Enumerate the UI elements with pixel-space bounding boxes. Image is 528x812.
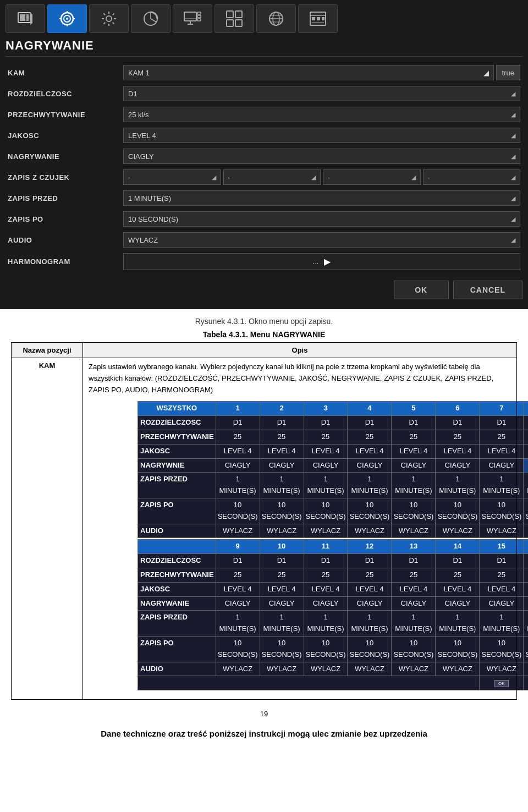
ch-cell-top-4-3[interactable]: 1 MINUTE(S) [348,473,392,498]
ch-cell-bot-6-5[interactable]: WYLACZ [436,662,480,676]
ch-cell-bot-3-2[interactable]: CIAGLY [304,596,348,611]
ch-cell-top-1-2[interactable]: 25 [304,430,348,444]
ch-cell-bot-2-7[interactable]: LEVEL 4 [524,582,528,596]
czujek-seg-3[interactable]: -◢ [323,169,421,185]
ch-cell-bot-0-4[interactable]: D1 [392,554,436,568]
ch-cell-bot-4-3[interactable]: 1 MINUTE(S) [348,611,392,637]
ch-cell-top-6-3[interactable]: WYLACZ [348,524,392,538]
toolbar-btn-network[interactable] [256,4,296,33]
toolbar-btn-camera[interactable] [47,4,87,33]
rozdzielczosc-field[interactable]: D1 ◢ [123,86,520,101]
ok-button[interactable]: OK [394,281,449,299]
ch-cell-top-3-5[interactable]: CIAGLY [436,458,480,473]
kam-field[interactable]: KAM 1 ◢ [123,65,494,80]
ch-cell-bot-2-0[interactable]: LEVEL 4 [216,582,260,596]
ch-cell-top-6-1[interactable]: WYLACZ [260,524,304,538]
zapis-po-field[interactable]: 10 SECOND(S) ◢ [123,211,520,227]
ch-cell-top-6-6[interactable]: WYLACZ [480,524,524,538]
toolbar-btn-record[interactable] [6,4,45,33]
ch-cell-bot-1-2[interactable]: 25 [304,568,348,582]
ch-cell-bot-4-2[interactable]: 1 MINUTE(S) [304,611,348,637]
ch-cell-top-3-6[interactable]: CIAGLY [480,458,524,473]
ch-cell-top-6-0[interactable]: WYLACZ [216,524,260,538]
ch-cell-bot-1-7[interactable]: 25 [524,568,528,582]
ch-cell-bot-4-0[interactable]: 1 MINUTE(S) [216,611,260,637]
ch-cell-top-5-6[interactable]: 10 SECOND(S) [480,498,524,524]
ch-cell-top-6-2[interactable]: WYLACZ [304,524,348,538]
ch-cell-top-5-5[interactable]: 10 SECOND(S) [436,498,480,524]
ch-cell-bot-3-1[interactable]: CIAGLY [260,596,304,611]
ch-cell-bot-4-1[interactable]: 1 MINUTE(S) [260,611,304,637]
ch-cell-bot-3-0[interactable]: CIAGLY [216,596,260,611]
ch-cell-bot-2-6[interactable]: LEVEL 4 [480,582,524,596]
ch-cell-top-0-4[interactable]: D1 [392,416,436,430]
ch-cell-top-1-7[interactable]: 25 [524,430,528,444]
ch-cell-top-4-2[interactable]: 1 MINUTE(S) [304,473,348,498]
ch-cell-bot-2-3[interactable]: LEVEL 4 [348,582,392,596]
ch-cell-top-3-3[interactable]: CIAGLY [348,458,392,473]
ch-cell-bot-5-2[interactable]: 10 SECOND(S) [304,636,348,662]
ch-cell-top-5-0[interactable]: 10 SECOND(S) [216,498,260,524]
ch-cell-top-1-3[interactable]: 25 [348,430,392,444]
jakosc-field[interactable]: LEVEL 4 ◢ [123,128,520,143]
ch-cell-bot-5-0[interactable]: 10 SECOND(S) [216,636,260,662]
ch-cell-top-0-0[interactable]: D1 [216,416,260,430]
ch-cell-bot-6-3[interactable]: WYLACZ [348,662,392,676]
ch-cell-bot-6-4[interactable]: WYLACZ [392,662,436,676]
ch-cell-bot-2-1[interactable]: LEVEL 4 [260,582,304,596]
ch-cell-top-2-0[interactable]: LEVEL 4 [216,444,260,458]
ch-cell-bot-1-3[interactable]: 25 [348,568,392,582]
ch-cell-bot-0-2[interactable]: D1 [304,554,348,568]
ch-cell-bot-3-7[interactable]: CIAGLY [524,596,528,611]
nagrywanie-field[interactable]: CIAGLY ◢ [123,149,520,164]
ch-cell-bot-3-5[interactable]: CIAGLY [436,596,480,611]
ch-cell-top-2-1[interactable]: LEVEL 4 [260,444,304,458]
ch-cell-bot-1-0[interactable]: 25 [216,568,260,582]
ch-cell-bot-6-2[interactable]: WYLACZ [304,662,348,676]
ch-cell-bot-3-6[interactable]: CIAGLY [480,596,524,611]
ch-cell-top-5-4[interactable]: 10 SECOND(S) [392,498,436,524]
ch-cell-bot-5-6[interactable]: 10 SECOND(S) [480,636,524,662]
ch-cell-bot-3-3[interactable]: CIAGLY [348,596,392,611]
ch-cell-bot-5-3[interactable]: 10 SECOND(S) [348,636,392,662]
przechwytywanie-field[interactable]: 25 kl/s ◢ [123,107,520,122]
ch-cell-bot-0-7[interactable]: D1 [524,554,528,568]
ch-cell-bot-6-1[interactable]: WYLACZ [260,662,304,676]
ch-cell-top-5-3[interactable]: 10 SECOND(S) [348,498,392,524]
toolbar-btn-chart[interactable] [131,4,170,33]
ch-cell-top-0-6[interactable]: D1 [480,416,524,430]
ch-cell-top-1-4[interactable]: 25 [392,430,436,444]
harmonogram-field[interactable]: ... ▶ [123,253,520,270]
ch-cell-top-0-1[interactable]: D1 [260,416,304,430]
ch-cell-top-0-7[interactable]: D1 [524,416,528,430]
ch-cell-top-4-0[interactable]: 1 MINUTE(S) [216,473,260,498]
ch-cell-top-3-1[interactable]: CIAGLY [260,458,304,473]
ch-cell-top-0-3[interactable]: D1 [348,416,392,430]
ch-cell-bot-5-7[interactable]: 10 SECOND(S) [524,636,528,662]
ch-cell-top-2-6[interactable]: LEVEL 4 [480,444,524,458]
kam-dots-button[interactable]: true [496,65,520,80]
ch-cell-top-3-7[interactable]: CIAGLY [524,458,528,473]
czujek-seg-4[interactable]: -◢ [423,169,521,185]
toolbar-btn-monitor[interactable] [173,4,212,33]
ch-cell-bot-6-6[interactable]: WYLACZ [480,662,524,676]
ch-cell-top-2-7[interactable]: LEVEL 4 [524,444,528,458]
ch-cell-top-6-7[interactable]: WYLACZ [524,524,528,538]
toolbar-btn-info[interactable] [298,4,338,33]
ch-cell-bot-2-2[interactable]: LEVEL 4 [304,582,348,596]
ch-cell-top-4-5[interactable]: 1 MINUTE(S) [436,473,480,498]
ch-cell-bot-6-7[interactable]: WYLACZ [524,662,528,676]
zapis-przed-field[interactable]: 1 MINUTE(S) ◢ [123,190,520,206]
ch-cell-bot-4-4[interactable]: 1 MINUTE(S) [392,611,436,637]
ch-cell-top-4-7[interactable]: 1 MINUTE(S) [524,473,528,498]
ch-cell-bot-1-6[interactable]: 25 [480,568,524,582]
ch-cell-top-3-2[interactable]: CIAGLY [304,458,348,473]
ch-cell-top-1-1[interactable]: 25 [260,430,304,444]
ch-cell-top-6-5[interactable]: WYLACZ [436,524,480,538]
ch-cell-bot-6-0[interactable]: WYLACZ [216,662,260,676]
ch-cell-top-1-0[interactable]: 25 [216,430,260,444]
ch-cell-top-5-7[interactable]: 10 SECOND(S) [524,498,528,524]
ch-cell-top-5-2[interactable]: 10 SECOND(S) [304,498,348,524]
cancel-button[interactable]: CANCEL [453,281,522,299]
ch-cell-bot-0-6[interactable]: D1 [480,554,524,568]
